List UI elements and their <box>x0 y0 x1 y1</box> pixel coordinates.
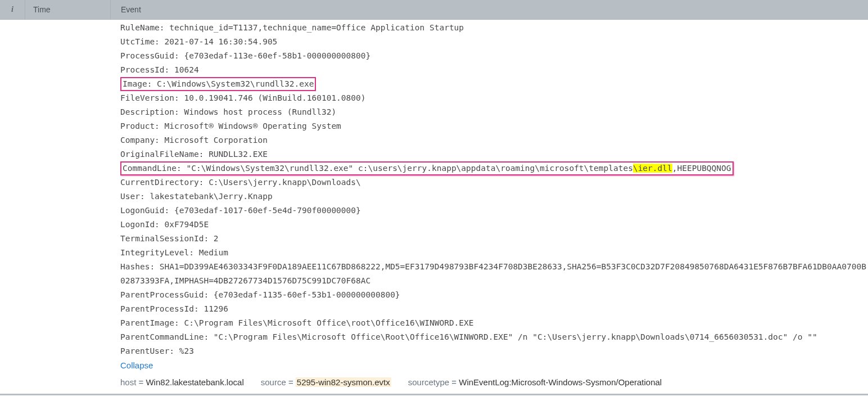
field-process-guid: ProcessGuid: {e703edaf-113e-60ef-58b1-00… <box>120 49 868 63</box>
meta-sourcetype[interactable]: sourcetype = WinEventLog:Microsoft-Windo… <box>408 377 662 387</box>
field-current-directory: CurrentDirectory: C:\Users\jerry.knapp\D… <box>120 175 868 190</box>
field-parent-process-guid: ParentProcessGuid: {e703edaf-1135-60ef-5… <box>120 288 868 302</box>
info-column-header[interactable]: i <box>0 0 25 19</box>
field-product: Product: Microsoft® Windows® Operating S… <box>120 119 868 133</box>
field-rule-name: RuleName: technique_id=T1137,technique_n… <box>120 21 868 35</box>
time-column-header[interactable]: Time <box>25 0 111 19</box>
field-parent-command-line: ParentCommandLine: "C:\Program Files\Mic… <box>120 330 868 344</box>
bottom-border <box>0 394 868 395</box>
event-detail: RuleName: technique_id=T1137,technique_n… <box>0 20 868 373</box>
highlight-box-image: Image: C:\Windows\System32\rundll32.exe <box>120 77 316 91</box>
field-company: Company: Microsoft Corporation <box>120 133 868 147</box>
field-original-file-name: OriginalFileName: RUNDLL32.EXE <box>120 147 868 161</box>
field-terminal-session-id: TerminalSessionId: 2 <box>120 232 868 246</box>
meta-source[interactable]: source = 5295-win82-sysmon.evtx <box>261 377 391 387</box>
field-parent-user: ParentUser: %23 <box>120 344 868 358</box>
field-parent-image: ParentImage: C:\Program Files\Microsoft … <box>120 316 868 330</box>
field-command-line: CommandLine: "C:\Windows\System32\rundll… <box>120 161 868 175</box>
event-column-header[interactable]: Event <box>111 0 868 19</box>
highlight-text-ier-dll: \ier.dll <box>633 164 672 173</box>
highlight-box-commandline: CommandLine: "C:\Windows\System32\rundll… <box>120 161 734 175</box>
field-description: Description: Windows host process (Rundl… <box>120 105 868 119</box>
event-meta-row: host = Win82.lakestatebank.local source … <box>0 373 868 394</box>
field-logon-id: LogonId: 0xF794D5E <box>120 218 868 232</box>
table-header: i Time Event <box>0 0 868 20</box>
field-file-version: FileVersion: 10.0.19041.746 (WinBuild.16… <box>120 91 868 105</box>
field-hashes: Hashes: SHA1=DD399AE46303343F9F0DA189AEE… <box>120 260 868 288</box>
field-image: Image: C:\Windows\System32\rundll32.exe <box>120 77 868 91</box>
field-user: User: lakestatebank\Jerry.Knapp <box>120 190 868 204</box>
field-logon-guid: LogonGuid: {e703edaf-1017-60ef-5e4d-790f… <box>120 204 868 218</box>
field-utc-time: UtcTime: 2021-07-14 16:30:54.905 <box>120 35 868 49</box>
meta-host[interactable]: host = Win82.lakestatebank.local <box>120 377 244 387</box>
field-process-id: ProcessId: 10624 <box>120 63 868 77</box>
collapse-link[interactable]: Collapse <box>120 361 153 370</box>
field-integrity-level: IntegrityLevel: Medium <box>120 246 868 260</box>
field-parent-process-id: ParentProcessId: 11296 <box>120 302 868 316</box>
